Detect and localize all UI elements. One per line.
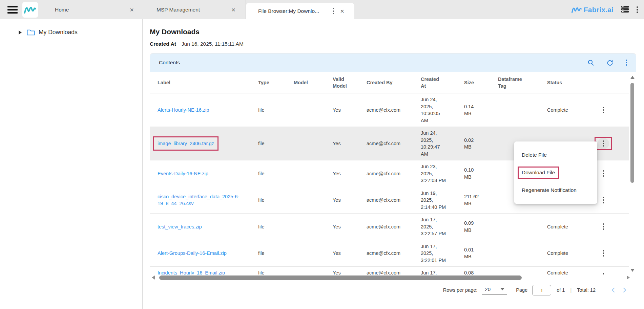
cell-created-by: acme@cfx.com bbox=[358, 194, 413, 206]
cell-created-by: acme@cfx.com bbox=[358, 104, 413, 116]
cell-created-at: Jun 17, 2025, 3:22:57 PM bbox=[413, 214, 456, 240]
cell-valid-model: Yes bbox=[325, 168, 358, 180]
context-menu-item[interactable]: Download File bbox=[514, 164, 597, 181]
cell-dataframe-tag bbox=[490, 224, 539, 229]
row-context-menu: Delete File Download File Regenerate Not… bbox=[514, 141, 597, 204]
row-actions-kebab-icon[interactable] bbox=[598, 168, 609, 179]
row-actions-kebab-icon[interactable] bbox=[598, 221, 609, 233]
context-menu-item[interactable]: Delete File bbox=[514, 146, 597, 164]
tab-file-browser[interactable]: File Browser:My Downlo... × bbox=[246, 3, 354, 19]
cell-size: 0.02 MB bbox=[456, 134, 490, 153]
cell-status: Complete bbox=[539, 247, 578, 260]
table-row: Incidents_Hourly_16_Email.zip file Yes a… bbox=[150, 267, 629, 274]
row-actions bbox=[595, 220, 612, 234]
panel-kebab-icon[interactable] bbox=[626, 59, 627, 66]
close-icon[interactable]: × bbox=[128, 6, 135, 14]
tree-expand-caret-icon[interactable] bbox=[19, 30, 22, 35]
horizontal-scrollbar-thumb[interactable] bbox=[159, 275, 522, 280]
cell-valid-model: Yes bbox=[325, 137, 358, 150]
close-icon[interactable]: × bbox=[339, 7, 346, 15]
cell-model bbox=[286, 107, 325, 113]
cell-created-by: acme@cfx.com bbox=[358, 137, 413, 150]
close-icon[interactable]: × bbox=[230, 6, 237, 14]
pagination-bar: Rows per page: 20 Page of 1 | Total: 12 bbox=[150, 281, 636, 299]
total-label: Total: 12 bbox=[577, 287, 596, 293]
refresh-icon[interactable] bbox=[606, 59, 614, 66]
row-actions-kebab-icon[interactable] bbox=[598, 270, 609, 274]
cell-created-at: Jun 24, 2025, 10:29:47 AM bbox=[413, 127, 456, 160]
tab-label: Home bbox=[55, 7, 128, 13]
cell-created-by: acme@cfx.com bbox=[358, 221, 413, 233]
previous-page-chevron-icon[interactable] bbox=[610, 286, 616, 294]
file-link[interactable]: cisco_device_interface_data_2025-6-19_8_… bbox=[158, 194, 239, 206]
row-actions-kebab-icon[interactable] bbox=[598, 247, 609, 259]
row-actions bbox=[595, 269, 612, 274]
cell-type: file bbox=[250, 137, 286, 150]
cell-type: file bbox=[250, 168, 286, 180]
cell-valid-model: Yes bbox=[325, 221, 358, 233]
cell-created-by: acme@cfx.com bbox=[358, 168, 413, 180]
cell-type: file bbox=[250, 247, 286, 260]
row-actions-kebab-icon[interactable] bbox=[598, 138, 609, 149]
file-link[interactable]: Incidents_Hourly_16_Email.zip bbox=[158, 270, 225, 274]
scroll-left-arrow-icon[interactable] bbox=[152, 275, 155, 280]
cell-created-at: Jun 24, 2025, 10:30:05 AM bbox=[413, 93, 456, 127]
rows-per-page-label: Rows per page: bbox=[443, 287, 478, 293]
cell-created-at: Jun 17, 2025, bbox=[413, 267, 456, 274]
page-input[interactable] bbox=[532, 285, 551, 295]
column-header-valid-model: Valid Model bbox=[325, 76, 358, 89]
app-logo[interactable] bbox=[22, 2, 38, 18]
rows-per-page-select[interactable]: 20 bbox=[482, 285, 507, 295]
search-icon[interactable] bbox=[587, 59, 594, 66]
created-at-value: Jun 16, 2025, 11:15:11 AM bbox=[182, 41, 244, 47]
vertical-scrollbar-thumb[interactable] bbox=[630, 83, 634, 183]
cell-dataframe-tag bbox=[490, 267, 539, 272]
server-stack-icon[interactable] bbox=[621, 5, 629, 14]
cell-dataframe-tag bbox=[490, 107, 539, 113]
hamburger-menu-icon[interactable] bbox=[7, 4, 18, 15]
topbar-right: Fabrix.ai bbox=[572, 0, 644, 19]
sidebar-item-my-downloads[interactable]: My Downloads bbox=[0, 29, 142, 36]
next-page-chevron-icon[interactable] bbox=[622, 286, 628, 294]
table-row: test_view_traces.zip file Yes acme@cfx.c… bbox=[150, 214, 629, 240]
panel-toolbar bbox=[587, 59, 627, 66]
cell-size: 211.62 MB bbox=[456, 191, 490, 210]
context-menu-item-label: Delete File bbox=[522, 152, 547, 158]
cell-created-at: Jun 17, 2025, 3:22:01 PM bbox=[413, 240, 456, 267]
scroll-down-arrow-icon[interactable] bbox=[630, 269, 635, 272]
dropdown-arrow-icon bbox=[500, 288, 504, 290]
rows-per-page-value: 20 bbox=[485, 286, 491, 292]
context-menu-item-label: Download File bbox=[518, 167, 559, 179]
file-link[interactable]: Events-Daily-16-NE.zip bbox=[158, 171, 208, 176]
column-header-created-by: Created By bbox=[358, 79, 413, 86]
row-actions bbox=[595, 103, 612, 117]
tab-options-kebab-icon[interactable] bbox=[333, 7, 334, 15]
cell-created-by: acme@cfx.com bbox=[358, 247, 413, 260]
scroll-right-arrow-icon[interactable] bbox=[627, 275, 630, 280]
folder-icon bbox=[26, 29, 35, 36]
tab-label: File Browser:My Downlo... bbox=[258, 8, 333, 14]
context-menu-item[interactable]: Regenerate Notification bbox=[514, 181, 597, 199]
file-link[interactable]: test_view_traces.zip bbox=[158, 224, 202, 229]
row-actions-kebab-icon[interactable] bbox=[598, 194, 609, 206]
cell-size: 0.10 MB bbox=[456, 164, 490, 183]
column-header-dataframe-tag: Dataframe Tag bbox=[490, 76, 539, 89]
tab-msp-management[interactable]: MSP Management × bbox=[144, 0, 246, 19]
cell-model bbox=[286, 197, 325, 203]
cell-type: file bbox=[250, 221, 286, 233]
cell-dataframe-tag bbox=[490, 250, 539, 256]
cell-size: 0.08 MB bbox=[456, 267, 490, 274]
tab-home[interactable]: Home × bbox=[43, 0, 144, 19]
column-header-label: Label bbox=[150, 79, 250, 86]
vertical-scrollbar[interactable] bbox=[629, 72, 636, 274]
file-link[interactable]: image_library_2406.tar.gz bbox=[153, 136, 219, 151]
row-actions-kebab-icon[interactable] bbox=[598, 104, 609, 116]
horizontal-scrollbar[interactable] bbox=[150, 274, 636, 281]
topbar-kebab-icon[interactable] bbox=[637, 6, 638, 13]
logo-squiggle-icon bbox=[24, 5, 36, 15]
file-link[interactable]: Alerts-Hourly-NE-16.zip bbox=[158, 107, 209, 113]
file-link[interactable]: Alert-Groups-Daily-16-Email.zip bbox=[158, 250, 227, 256]
scroll-up-arrow-icon[interactable] bbox=[630, 76, 635, 79]
contents-title: Contents bbox=[159, 60, 180, 66]
created-at-row: Created At Jun 16, 2025, 11:15:11 AM bbox=[150, 41, 636, 47]
